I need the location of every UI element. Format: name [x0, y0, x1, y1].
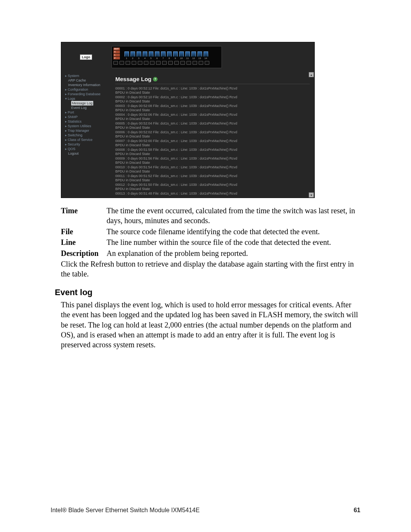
log-line-1: 00013 : 0 days 00:51:48 File: dot1s_sm.c… — [115, 192, 237, 195]
definition-desc: The time the event occurred, calculated … — [107, 206, 360, 226]
page-footer: Intel® Blade Server Ethernet Switch Modu… — [51, 507, 360, 514]
nav-item[interactable]: ▸Forwarding Database — [63, 92, 109, 96]
nav-item[interactable]: ▸Configuration — [63, 87, 109, 92]
port[interactable]: 14 — [204, 51, 208, 59]
nav-item[interactable]: Message Log — [63, 101, 109, 105]
log-line-2: BPDU in Discard State — [115, 161, 310, 165]
port-number: 14 — [204, 57, 207, 59]
nav-item[interactable]: ▸QOS — [63, 147, 109, 151]
log-entry: 00009 : 0 days 00:51:56 File: dot1s_sm.c… — [115, 157, 310, 165]
port-number: 3 — [138, 57, 139, 59]
port-row: 1234567891011121314 — [124, 51, 208, 59]
refresh-note: Click the Refresh button to retrieve and… — [61, 259, 360, 279]
nav-item[interactable]: ▸System Utilities — [63, 124, 109, 128]
port-number: 1 — [126, 57, 127, 59]
scroll-up-button[interactable]: ▴ — [309, 72, 314, 77]
log-line-2: BPDU in Discard State — [115, 178, 310, 182]
port-number: 10 — [180, 57, 183, 59]
nav-item[interactable]: ▸Class of Service — [63, 137, 109, 142]
divider — [115, 84, 310, 84]
definition-term: Line — [61, 237, 107, 247]
log-entry: 00003 : 0 days 00:52:08 File: dot1s_sm.c… — [115, 104, 310, 112]
log-line-2: BPDU in Discard State — [115, 108, 310, 112]
nav-item[interactable]: ARP Cache — [63, 78, 109, 83]
log-line-1: 00011 : 0 days 00:51:52 File: dot1s_sm.c… — [115, 174, 237, 178]
led-icon — [174, 61, 179, 65]
definition-row: TimeThe time the event occurred, calcula… — [61, 206, 360, 226]
scroll-down-button[interactable]: ▾ — [309, 192, 314, 198]
led-icon — [113, 61, 118, 65]
nav-item[interactable]: ▸Switching — [63, 133, 109, 137]
nav-item[interactable]: ▸SNMP — [63, 115, 109, 119]
port-icon — [131, 51, 135, 57]
log-entry: 00006 : 0 days 00:52:02 File: dot1s_sm.c… — [115, 130, 310, 139]
log-line-1: 00001 : 0 days 00:52:12 File: dot1s_sm.c… — [115, 86, 237, 90]
device-box: BMT412 1234567891011121314 — [112, 46, 222, 68]
nav-item[interactable]: ▸Port — [63, 110, 109, 115]
nav-item[interactable]: ▾Logs — [63, 96, 109, 101]
nav-item[interactable]: ▸Statistics — [63, 119, 109, 124]
log-entry: 00010 : 0 days 00:51:54 File: dot1s_sm.c… — [115, 165, 310, 174]
device-label-line: 1 — [113, 54, 120, 56]
led-icon — [186, 61, 191, 65]
port[interactable]: 2 — [131, 51, 135, 59]
port[interactable]: 6 — [155, 51, 159, 59]
port-icon — [149, 51, 153, 57]
port[interactable]: 8 — [167, 51, 172, 59]
port[interactable]: 4 — [143, 51, 147, 59]
footer-left: Intel® Blade Server Ethernet Switch Modu… — [51, 507, 200, 514]
help-icon[interactable]: ? — [153, 77, 158, 81]
port[interactable]: 9 — [173, 51, 178, 59]
port[interactable]: 1 — [124, 51, 129, 59]
led-icon — [132, 61, 136, 65]
nav-tree[interactable]: ▸SystemARP CacheInventory Information▸Co… — [61, 72, 111, 198]
port[interactable]: 7 — [161, 51, 166, 59]
led-icon — [119, 61, 124, 65]
device-label-line: 2 — [113, 57, 120, 59]
port[interactable]: 3 — [137, 51, 141, 59]
definition-desc: The line number within the source file o… — [107, 237, 360, 247]
port-number: 7 — [162, 57, 164, 59]
port-icon — [124, 51, 129, 57]
port[interactable]: 12 — [191, 51, 196, 59]
log-line-2: BPDU in Discard State — [115, 152, 310, 156]
port[interactable]: 10 — [179, 51, 184, 59]
port-icon — [198, 51, 202, 57]
log-line-1: 00008 : 0 days 00:51:58 File: dot1s_sm.c… — [115, 148, 237, 152]
log-entry: 00004 : 0 days 00:52:06 File: dot1s_sm.c… — [115, 113, 310, 121]
port[interactable]: 11 — [185, 51, 190, 59]
led-icon — [126, 61, 130, 65]
panel-title: Message Log — [115, 76, 151, 82]
nav-item[interactable]: Event Log — [63, 105, 109, 110]
port-icon — [185, 51, 190, 57]
port[interactable]: 5 — [149, 51, 153, 59]
logo-cell: Logo — [61, 42, 111, 72]
led-icon — [199, 61, 203, 65]
log-list: 00001 : 0 days 00:52:12 File: dot1s_sm.c… — [115, 86, 310, 196]
log-line-2: BPDU in Discard State — [115, 169, 310, 174]
led-icon — [193, 61, 197, 65]
nav-item[interactable]: Logout — [63, 151, 109, 156]
port-number: 2 — [132, 57, 133, 59]
log-entry: 00007 : 0 days 00:52:00 File: dot1s_sm.c… — [115, 139, 310, 147]
definition-row: LineThe line number within the source fi… — [61, 237, 360, 247]
port-number: 8 — [169, 57, 170, 59]
scrollbar[interactable]: ▴ ▾ — [309, 72, 314, 198]
port[interactable]: 13 — [198, 51, 202, 59]
device-panel: BMT412 1234567891011121314 — [111, 42, 314, 72]
definition-term: Time — [61, 206, 107, 226]
log-line-2: BPDU in Discard State — [115, 99, 310, 104]
port-number: 12 — [192, 57, 195, 59]
nav-item[interactable]: ▸System — [63, 73, 109, 78]
log-line-1: 00003 : 0 days 00:52:08 File: dot1s_sm.c… — [115, 104, 237, 108]
nav-item[interactable]: ▸Trap Manager — [63, 128, 109, 133]
admin-ui-screenshot: Logo BMT412 1234567891011121314 ▸SystemA… — [61, 42, 315, 198]
footer-page-number: 61 — [354, 507, 360, 514]
event-log-heading: Event log — [55, 288, 360, 297]
led-row — [113, 61, 220, 65]
nav-item-selected[interactable]: Message Log — [71, 101, 93, 105]
nav-item[interactable]: Inventory Information — [63, 83, 109, 87]
log-line-2: BPDU in Discard State — [115, 117, 310, 121]
port-icon — [155, 51, 159, 57]
nav-item[interactable]: ▸Security — [63, 142, 109, 147]
